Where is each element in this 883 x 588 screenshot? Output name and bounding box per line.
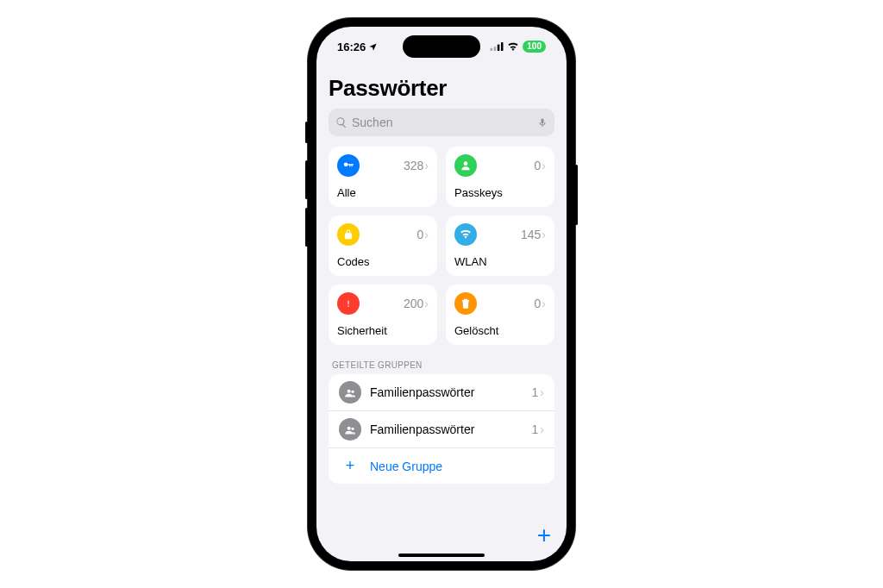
group-count: 1 [532,422,539,436]
volume-up-button [305,160,308,199]
tile-label: Gelöscht [454,324,546,337]
mute-switch [305,122,308,143]
alert-icon [337,292,360,315]
wifi-icon [507,42,519,51]
chevron-right-icon: › [424,159,429,172]
search-icon [335,116,348,128]
content-area: Passwörter Suchen 328› [316,66,567,561]
battery-indicator: 100 [523,41,546,53]
status-time: 16:26 [337,41,366,53]
tile-count: 0 [535,297,542,310]
phone-frame: 16:26 100 Passwörter S [308,18,575,570]
svg-point-7 [347,389,350,392]
tile-security[interactable]: 200› Sicherheit [329,285,437,345]
location-icon [368,42,378,52]
tile-count: 200 [404,297,423,310]
cellular-icon [490,42,504,51]
chevron-right-icon: › [542,297,546,310]
home-indicator[interactable] [398,554,485,557]
tile-label: WLAN [454,255,546,268]
svg-point-8 [351,390,354,392]
search-input[interactable]: Suchen [329,109,554,136]
tile-label: Passkeys [454,186,546,199]
chevron-right-icon: › [542,159,546,172]
tile-label: Alle [337,186,429,199]
lock-icon [337,223,360,246]
people-icon [339,381,361,403]
tile-count: 0 [535,159,542,172]
svg-rect-5 [348,301,348,305]
chevron-right-icon: › [540,385,544,399]
svg-rect-0 [491,48,493,51]
search-placeholder: Suchen [352,116,537,129]
chevron-right-icon: › [542,228,546,241]
screen: 16:26 100 Passwörter S [316,27,567,561]
plus-icon: + [339,457,361,475]
chevron-right-icon: › [424,228,429,241]
trash-icon [454,292,477,315]
tile-wlan[interactable]: 145› WLAN [446,216,554,276]
tile-label: Sicherheit [337,324,429,337]
tile-grid: 328› Alle 0› Passkeys [329,147,554,345]
new-group-button[interactable]: + Neue Gruppe [329,448,554,484]
mic-icon[interactable] [537,116,548,129]
wifi-icon [454,223,477,246]
tile-count: 328 [404,159,423,172]
dynamic-island [403,35,480,58]
svg-rect-3 [501,42,504,51]
group-label: Familienpasswörter [370,385,532,399]
tile-codes[interactable]: 0› Codes [329,216,437,276]
svg-point-10 [351,427,354,429]
page-title: Passwörter [329,75,554,102]
svg-rect-2 [498,45,500,52]
svg-rect-1 [494,47,497,51]
tile-all[interactable]: 328› Alle [329,147,437,207]
people-icon [339,418,361,441]
add-button[interactable]: + [537,522,551,549]
tile-deleted[interactable]: 0› Gelöscht [446,285,554,345]
volume-down-button [305,208,308,247]
svg-point-9 [347,426,350,429]
group-label: Familienpasswörter [370,422,532,436]
person-icon [454,154,477,177]
new-group-label: Neue Gruppe [370,460,442,473]
group-row[interactable]: Familienpasswörter 1 › [329,374,554,411]
chevron-right-icon: › [540,422,544,436]
tile-label: Codes [337,255,429,268]
group-count: 1 [532,385,539,399]
tile-passkeys[interactable]: 0› Passkeys [446,147,554,207]
tile-count: 145 [521,228,541,241]
power-button [575,165,578,225]
svg-point-6 [348,305,349,307]
key-icon [337,154,360,177]
svg-point-4 [464,161,468,166]
groups-section-header: GETEILTE GRUPPEN [332,360,551,370]
tile-count: 0 [417,228,424,241]
groups-list: Familienpasswörter 1 › Familienpasswörte… [329,374,554,484]
group-row[interactable]: Familienpasswörter 1 › [329,411,554,448]
chevron-right-icon: › [424,297,429,310]
